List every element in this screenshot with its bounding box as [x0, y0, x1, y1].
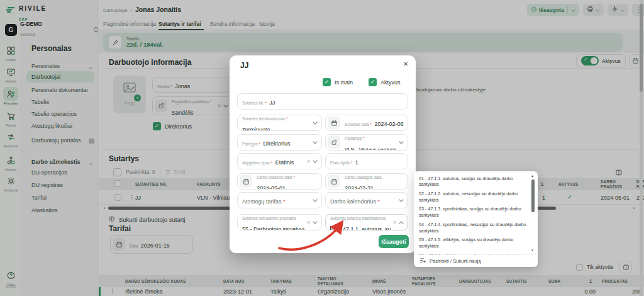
is-main-checkbox-row[interactable]: ✓ Is main: [323, 78, 353, 86]
clear-icon[interactable]: ✕: [306, 159, 311, 164]
dropdown-footer-create[interactable]: Pasirinkti / Sukurti naują: [414, 254, 538, 267]
select-create-icon: [419, 257, 426, 265]
dropdown-option[interactable]: 04 - 47.1.4. sportininkas, nesusijęs su …: [419, 220, 529, 235]
position-select[interactable]: Pareigos * Direktorius: [237, 134, 322, 151]
dropdown-option[interactable]: 03 - 47.1.3. sportininkas, susijęs su dr…: [419, 205, 529, 220]
salary-type-select[interactable]: Atlyginimo tipas * Etatinis ✕: [237, 153, 322, 169]
chevron-down-icon: [313, 199, 318, 202]
chevron-up-icon: [399, 221, 404, 224]
work-end-field[interactable]: Darbo pabaigos data 2024-07-31: [325, 173, 408, 190]
calendar-icon[interactable]: [328, 117, 340, 129]
chevron-down-icon: [399, 141, 404, 144]
clear-icon[interactable]: ✕: [392, 220, 397, 225]
dropdown-scrollbar[interactable]: ▲ ▼: [531, 174, 536, 252]
unit-select[interactable]: Padalinys * VLN - Vilniaus parduotuvė: [325, 134, 408, 151]
save-button[interactable]: Išsaugoti: [379, 235, 409, 248]
scroll-down-icon[interactable]: ▼: [531, 248, 534, 252]
modal-title: JJ: [240, 61, 248, 70]
author-classifier-dropdown: 01 - 47.1.1. autorius, susijęs su draudė…: [414, 171, 538, 267]
chevron-down-icon: [399, 199, 404, 202]
close-icon[interactable]: ✕: [403, 60, 408, 67]
work-calendar-select[interactable]: Darbo kalendorius *: [325, 192, 408, 208]
dropdown-scrollbar-thumb[interactable]: [531, 179, 535, 212]
dropdown-option[interactable]: 02 - 47.1.2. autorius, nesusijęs su drau…: [419, 189, 529, 204]
external-link-icon[interactable]: [328, 136, 340, 149]
annotation-arrow: [270, 213, 358, 260]
app-window: RIVILE ERP G G-DEMO Giedrius Pradžia Aps…: [0, 0, 644, 296]
chevron-down-icon: [313, 160, 318, 163]
work-start-field[interactable]: Darbo pradžios data * 2024-05-01: [237, 173, 322, 190]
dropdown-list: 01 - 47.1.1. autorius, susijęs su draudė…: [414, 171, 538, 254]
modal-active-checkbox-row[interactable]: ✓ Aktyvus: [369, 78, 401, 86]
chevron-down-icon: [313, 122, 318, 125]
vacation-tariff-select[interactable]: Atostogų tarifas *: [237, 192, 322, 208]
calendar-icon[interactable]: [328, 175, 340, 188]
fte-field[interactable]: Etato dydis * 1: [325, 153, 408, 169]
dropdown-option[interactable]: 05 - 47.1.5. atlikėjas, susijęs su draud…: [419, 236, 529, 251]
scroll-up-icon[interactable]: ▲: [531, 174, 534, 178]
contract-term-select[interactable]: Sutarties terminuotumas * Terminuota: [237, 115, 322, 131]
checkbox-checked-icon[interactable]: ✓: [323, 78, 331, 86]
dropdown-option[interactable]: 01 - 47.1.1. autorius, susijęs su draudė…: [419, 174, 529, 189]
chevron-down-icon: [313, 141, 318, 144]
contract-nr-field[interactable]: Sutarties Nr. * JJ: [237, 93, 408, 110]
calendar-icon[interactable]: [240, 175, 252, 188]
checkbox-checked-icon[interactable]: ✓: [369, 78, 377, 86]
contract-date-field[interactable]: Sutarties data * 2024-02-06: [325, 115, 408, 131]
